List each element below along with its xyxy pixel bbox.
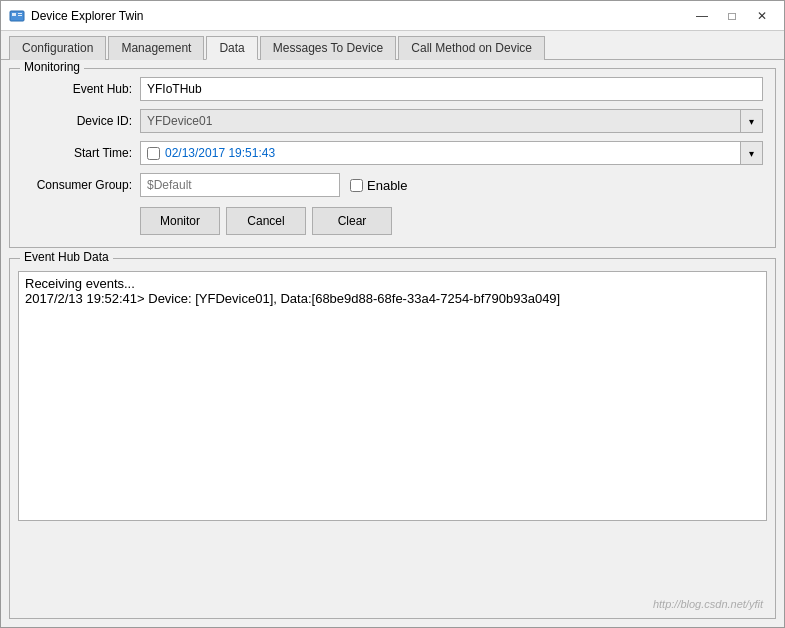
event-hub-content[interactable]: Receiving events... 2017/2/13 19:52:41> … [18,271,767,521]
window-controls: — □ ✕ [688,6,776,26]
main-content: Monitoring Event Hub: Device ID: ▾ Start… [1,60,784,627]
monitoring-label: Monitoring [20,60,84,74]
enable-label[interactable]: Enable [350,178,407,193]
start-time-wrapper: 02/13/2017 19:51:43 [140,141,741,165]
start-time-row: Start Time: 02/13/2017 19:51:43 ▾ [22,141,763,165]
device-id-dropdown-button[interactable]: ▾ [741,109,763,133]
buttons-row: Monitor Cancel Clear [22,207,763,235]
enable-checkbox[interactable] [350,179,363,192]
event-hub-data-label: Event Hub Data [20,250,113,264]
event-hub-row: Event Hub: [22,77,763,101]
enable-text: Enable [367,178,407,193]
start-time-checkbox[interactable] [147,147,160,160]
svg-rect-2 [18,13,22,14]
maximize-button[interactable]: □ [718,6,746,26]
calendar-button[interactable]: ▾ [741,141,763,165]
consumer-group-input[interactable] [140,173,340,197]
monitor-button[interactable]: Monitor [140,207,220,235]
device-id-input[interactable] [140,109,741,133]
tab-call-method[interactable]: Call Method on Device [398,36,545,60]
tab-bar: Configuration Management Data Messages T… [1,31,784,60]
tab-configuration[interactable]: Configuration [9,36,106,60]
tab-messages-to-device[interactable]: Messages To Device [260,36,397,60]
monitoring-group: Monitoring Event Hub: Device ID: ▾ Start… [9,68,776,248]
consumer-group-label: Consumer Group: [22,178,132,192]
close-button[interactable]: ✕ [748,6,776,26]
app-icon [9,8,25,24]
event-hub-label: Event Hub: [22,82,132,96]
device-id-wrapper: ▾ [140,109,763,133]
consumer-group-wrapper: Enable [140,173,763,197]
event-line-2: 2017/2/13 19:52:41> Device: [YFDevice01]… [25,291,760,306]
device-id-row: Device ID: ▾ [22,109,763,133]
start-time-value: 02/13/2017 19:51:43 [165,146,275,160]
watermark: http://blog.csdn.net/yfit [653,598,763,610]
window-title: Device Explorer Twin [31,9,688,23]
tab-management[interactable]: Management [108,36,204,60]
event-hub-data-group: Event Hub Data Receiving events... 2017/… [9,258,776,619]
title-bar: Device Explorer Twin — □ ✕ [1,1,784,31]
tab-data[interactable]: Data [206,36,257,60]
main-window: Device Explorer Twin — □ ✕ Configuration… [0,0,785,628]
clear-button[interactable]: Clear [312,207,392,235]
svg-rect-3 [18,15,22,16]
svg-rect-1 [12,13,16,16]
event-hub-input[interactable] [140,77,763,101]
start-time-label: Start Time: [22,146,132,160]
device-id-label: Device ID: [22,114,132,128]
cancel-button[interactable]: Cancel [226,207,306,235]
minimize-button[interactable]: — [688,6,716,26]
consumer-group-row: Consumer Group: Enable [22,173,763,197]
event-line-1: Receiving events... [25,276,760,291]
